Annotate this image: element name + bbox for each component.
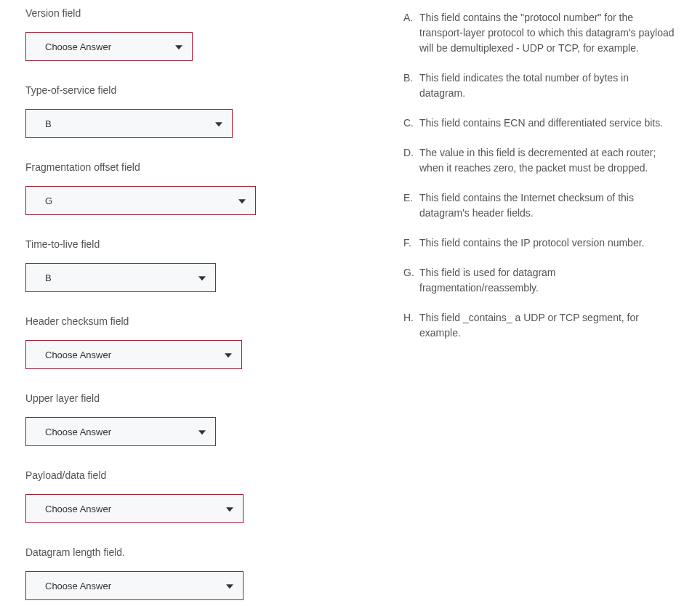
field-label: Fragmentation offset field <box>25 161 345 173</box>
answer-item: C. This field contains ECN and different… <box>403 116 675 131</box>
answer-text: This field contains ECN and differentiat… <box>419 116 675 131</box>
select-wrapper: B <box>25 109 233 138</box>
select-wrapper: B <box>25 263 216 292</box>
dropdown-version[interactable]: Choose Answer <box>25 32 193 61</box>
field-group-upper: Upper layer field Choose Answer <box>25 392 345 446</box>
answer-letter: A. <box>403 10 419 56</box>
answer-text: This field contains the IP protocol vers… <box>419 235 675 251</box>
answer-text: The value in this field is decremented a… <box>419 145 675 176</box>
field-group-payload: Payload/data field Choose Answer <box>25 469 345 523</box>
answers-column: A. This field contains the "protocol num… <box>382 7 675 606</box>
dropdown-checksum[interactable]: Choose Answer <box>25 340 242 369</box>
answer-item: G. This field is used for datagram fragm… <box>403 265 675 296</box>
field-group-ttl: Time-to-live field B <box>25 238 345 292</box>
field-label: Type-of-service field <box>25 84 345 96</box>
answer-text: This field is used for datagram fragment… <box>419 265 675 296</box>
field-label: Header checksum field <box>25 315 345 327</box>
dropdown-ttl[interactable]: B <box>25 263 216 292</box>
field-label: Datagram length field. <box>25 546 345 558</box>
field-group-fragmentation: Fragmentation offset field G <box>25 161 345 215</box>
select-wrapper: Choose Answer <box>25 417 216 446</box>
answer-letter: F. <box>403 235 419 251</box>
field-label: Time-to-live field <box>25 238 345 250</box>
main-container: Version field Choose Answer Type-of-serv… <box>25 7 675 606</box>
field-label: Upper layer field <box>25 392 345 404</box>
dropdown-upper[interactable]: Choose Answer <box>25 417 216 446</box>
dropdown-payload[interactable]: Choose Answer <box>25 494 244 523</box>
dropdown-fragmentation[interactable]: G <box>25 186 256 215</box>
answer-text: This field contains the "protocol number… <box>419 10 675 56</box>
select-wrapper: Choose Answer <box>25 571 244 600</box>
field-label: Payload/data field <box>25 469 345 481</box>
answer-letter: C. <box>403 116 419 131</box>
select-wrapper: Choose Answer <box>25 32 193 61</box>
answer-letter: G. <box>403 265 419 296</box>
select-wrapper: Choose Answer <box>25 340 242 369</box>
answer-text: This field _contains_ a UDP or TCP segme… <box>419 310 675 341</box>
field-group-tos: Type-of-service field B <box>25 84 345 138</box>
dropdown-tos[interactable]: B <box>25 109 233 138</box>
answer-item: F. This field contains the IP protocol v… <box>403 235 675 251</box>
select-wrapper: Choose Answer <box>25 494 244 523</box>
answer-letter: H. <box>403 310 419 341</box>
answer-letter: B. <box>403 70 419 101</box>
field-group-version: Version field Choose Answer <box>25 7 345 61</box>
field-group-checksum: Header checksum field Choose Answer <box>25 315 345 369</box>
answer-item: D. The value in this field is decremente… <box>403 145 675 176</box>
answer-text: This field contains the Internet checksu… <box>419 190 675 221</box>
answer-letter: E. <box>403 190 419 221</box>
field-label: Version field <box>25 7 345 19</box>
field-group-length: Datagram length field. Choose Answer <box>25 546 345 600</box>
answer-item: A. This field contains the "protocol num… <box>403 10 675 56</box>
answer-item: E. This field contains the Internet chec… <box>403 190 675 221</box>
answer-item: H. This field _contains_ a UDP or TCP se… <box>403 310 675 341</box>
dropdown-length[interactable]: Choose Answer <box>25 571 244 600</box>
answer-item: B. This field indicates the total number… <box>403 70 675 101</box>
answer-letter: D. <box>403 145 419 176</box>
select-wrapper: G <box>25 186 256 215</box>
fields-column: Version field Choose Answer Type-of-serv… <box>25 7 345 606</box>
answer-text: This field indicates the total number of… <box>419 70 675 101</box>
